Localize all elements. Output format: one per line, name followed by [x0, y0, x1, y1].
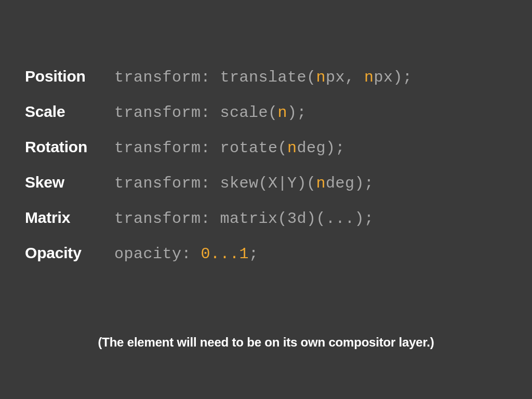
- label-rotation: Rotation: [25, 138, 114, 156]
- code-matrix: transform: matrix(3d)(...);: [114, 210, 374, 228]
- code-opacity: opacity: 0...1;: [114, 245, 259, 263]
- label-skew: Skew: [25, 174, 114, 191]
- code-position: transform: translate(npx, npx);: [114, 69, 413, 86]
- row-opacity: Opacity opacity: 0...1;: [25, 244, 507, 263]
- code-rotation: transform: rotate(ndeg);: [114, 139, 345, 157]
- row-matrix: Matrix transform: matrix(3d)(...);: [25, 209, 507, 228]
- row-position: Position transform: translate(npx, npx);: [25, 68, 507, 86]
- code-scale: transform: scale(n);: [114, 104, 307, 122]
- row-scale: Scale transform: scale(n);: [25, 103, 507, 122]
- label-scale: Scale: [25, 103, 114, 121]
- footnote-text: (The element will need to be on its own …: [0, 335, 532, 350]
- row-skew: Skew transform: skew(X|Y)(ndeg);: [25, 174, 507, 192]
- row-rotation: Rotation transform: rotate(ndeg);: [25, 138, 507, 157]
- code-skew: transform: skew(X|Y)(ndeg);: [114, 175, 374, 192]
- label-position: Position: [25, 68, 114, 85]
- label-opacity: Opacity: [25, 244, 114, 262]
- label-matrix: Matrix: [25, 209, 114, 227]
- slide-content: Position transform: translate(npx, npx);…: [0, 0, 532, 263]
